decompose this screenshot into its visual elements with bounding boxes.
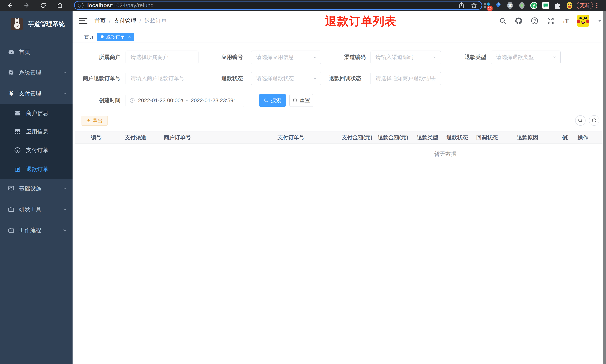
avatar-caret-icon[interactable] — [597, 19, 602, 23]
refresh-button[interactable] — [589, 115, 599, 126]
col-refund-amount[interactable]: 退款金额(元) — [378, 131, 408, 144]
sidebar-toggle-icon[interactable] — [79, 17, 87, 25]
refund-doc-icon — [13, 166, 22, 172]
sidebar-item-home[interactable]: 首页 — [0, 42, 73, 62]
merchant-input[interactable]: 请选择所属商户 — [126, 51, 198, 64]
sidebar-item-dev-tools[interactable]: 研发工具 — [0, 199, 73, 220]
extension-puzzle-icon[interactable] — [554, 2, 561, 9]
dashboard-icon — [7, 49, 15, 55]
sidebar-logo-row[interactable]: 芋道管理系统 — [0, 16, 73, 32]
extension-kite-icon[interactable] — [494, 2, 502, 9]
refund-status-select[interactable]: 请选择退款状态 — [251, 72, 321, 85]
grid-icon — [13, 128, 22, 135]
browser-menu-icon[interactable] — [596, 2, 598, 9]
sidebar-item-workflow[interactable]: 工作流程 — [0, 220, 73, 240]
extension-y-icon[interactable]: y — [530, 2, 538, 9]
chevron-down-icon — [433, 76, 437, 81]
breadcrumb-current: 退款订单 — [145, 17, 167, 25]
avatar[interactable] — [577, 15, 589, 27]
window-edge-scrollbar[interactable] — [603, 11, 606, 364]
chevron-up-icon — [63, 91, 67, 96]
browser-reload-icon[interactable] — [39, 0, 48, 11]
col-id[interactable]: 编号 — [91, 131, 102, 144]
create-time-range-picker[interactable]: 2022-01-23 00:00:00 - 2022-01-23 23:59:5… — [126, 94, 244, 107]
sidebar-item-app-info[interactable]: 应用信息 — [0, 122, 73, 141]
search-button[interactable]: 搜索 — [259, 94, 286, 107]
breadcrumb-home[interactable]: 首页 — [94, 17, 106, 25]
sidebar-item-system[interactable]: 系统管理 — [0, 62, 73, 83]
address-bar[interactable]: i localhost:1024/pay/refund — [74, 1, 482, 10]
tag-refund-order[interactable]: 退款订单 × — [97, 33, 134, 41]
col-actions[interactable]: 操作 — [578, 131, 588, 144]
col-refund-reason[interactable]: 退款原因 — [517, 131, 538, 144]
fullscreen-icon[interactable] — [547, 17, 554, 25]
extension-blocks-icon[interactable]: 10 — [483, 2, 491, 9]
extension-emoji-icon[interactable] — [566, 2, 573, 9]
chevron-down-icon — [433, 55, 437, 60]
notify-status-select[interactable]: 请选择通知商户退款结果 — [370, 72, 441, 85]
app-window: i localhost:1024/pay/refund 10 ⌘ — [0, 0, 606, 364]
logo-image — [11, 18, 23, 30]
header-search-icon[interactable] — [499, 17, 506, 25]
export-button[interactable]: 导出 — [81, 116, 108, 126]
table-header-row: 编号 支付渠道 商户订单号 支付订单号 支付金额(元) 退款金额(元) 退款类型… — [75, 131, 603, 143]
filter-label-notify-status: 退款回调状态 — [319, 72, 361, 85]
col-create-time[interactable]: 创建时间 — [562, 131, 568, 144]
bookmark-star-icon[interactable] — [471, 2, 477, 9]
empty-text: 暂无数据 — [421, 150, 470, 158]
github-icon[interactable] — [515, 17, 523, 25]
start-date-value[interactable]: 2022-01-23 00:00:00 — [138, 97, 183, 104]
breadcrumb-payment[interactable]: 支付管理 — [114, 17, 136, 25]
tags-view-bar: 首页 退款订单 × — [73, 31, 606, 43]
yen-icon: ¥ — [7, 90, 15, 97]
col-callback-status[interactable]: 回调状态 — [476, 131, 498, 144]
sidebar-item-pay-order[interactable]: 支付订单 — [0, 141, 73, 159]
extension-badge: 10 — [487, 6, 493, 11]
browser-chrome: i localhost:1024/pay/refund 10 ⌘ — [0, 0, 606, 11]
gear-icon — [7, 69, 15, 76]
filter-label-refund-type: 退款类型 — [444, 51, 486, 64]
filter-label-refund-status: 退款状态 — [201, 72, 243, 85]
sidebar: 芋道管理系统 首页 系统管理 ¥ 支付管理 — [0, 11, 73, 364]
extension-command-icon[interactable]: ⌘ — [506, 2, 514, 9]
sidebar-item-infrastructure[interactable]: 基础设施 — [0, 178, 73, 199]
extension-chat-icon[interactable] — [542, 2, 550, 9]
browser-update-button[interactable]: 更新 — [577, 2, 593, 9]
site-info-icon[interactable]: i — [78, 3, 83, 8]
payment-submenu: 商户信息 应用信息 支付订单 退款订单 — [0, 104, 73, 179]
sidebar-item-refund-order[interactable]: 退款订单 — [0, 160, 73, 179]
chevron-down-icon — [63, 186, 67, 191]
col-pay-order-no[interactable]: 支付订单号 — [277, 131, 304, 144]
merchant-refund-no-input[interactable]: 请输入商户退款订单号 — [126, 72, 197, 85]
tag-close-icon[interactable]: × — [128, 34, 131, 39]
col-refund-status[interactable]: 退款状态 — [447, 131, 468, 144]
filter-label-merchant-refund-no: 商户退款订单号 — [78, 72, 120, 85]
chevron-down-icon — [552, 55, 557, 60]
page-title: 退款订单列表 — [325, 13, 396, 29]
col-refund-type[interactable]: 退款类型 — [417, 131, 438, 144]
browser-home-icon[interactable] — [55, 0, 64, 11]
clock-icon — [130, 98, 135, 103]
browser-back-icon[interactable] — [5, 0, 14, 11]
channel-select[interactable]: 请输入渠道编码 — [370, 51, 441, 64]
sidebar-item-merchant-info[interactable]: 商户信息 — [0, 104, 73, 122]
url-text[interactable]: localhost:1024/pay/refund — [87, 2, 154, 9]
app-select[interactable]: 请选择应用信息 — [251, 51, 321, 64]
show-search-toggle-button[interactable] — [575, 115, 586, 126]
filter-label-merchant: 所属商户 — [78, 51, 120, 64]
tag-home[interactable]: 首页 — [81, 33, 97, 41]
end-date-value[interactable]: 2022-01-23 23:59:59 — [191, 97, 235, 104]
font-size-icon[interactable]: тT — [563, 17, 569, 25]
sidebar-item-payment[interactable]: ¥ 支付管理 — [0, 83, 73, 104]
browser-forward-icon[interactable] — [22, 0, 31, 11]
share-icon[interactable] — [459, 2, 464, 9]
col-merchant-order-no[interactable]: 商户订单号 — [164, 131, 191, 144]
extension-dot-icon[interactable] — [518, 2, 526, 9]
col-pay-channel[interactable]: 支付渠道 — [125, 131, 146, 144]
refund-type-select[interactable]: 请选择退款类型 — [491, 51, 561, 64]
help-icon[interactable] — [531, 17, 539, 25]
chevron-down-icon — [313, 55, 317, 60]
chevron-down-icon — [313, 76, 317, 81]
col-pay-amount[interactable]: 支付金额(元) — [342, 131, 372, 144]
reset-button[interactable]: 重置 — [290, 94, 313, 107]
